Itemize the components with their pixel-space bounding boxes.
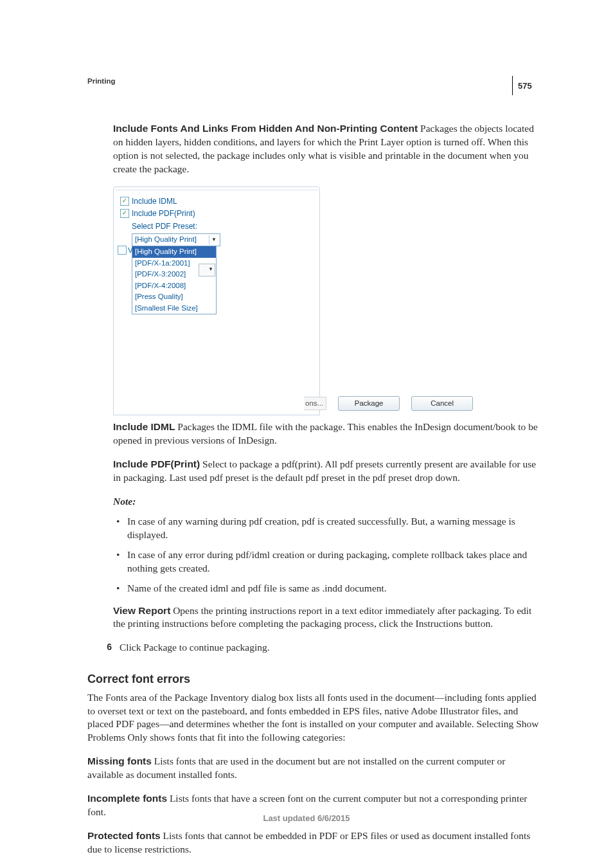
para-include-fonts: Include Fonts And Links From Hidden And …: [113, 122, 541, 176]
para-include-idml: Include IDML Packages the IDML file with…: [113, 420, 541, 448]
note-bullet-2: In case of any error during pdf/idml cre…: [113, 548, 541, 575]
option-press: [Press Quality]: [132, 291, 216, 303]
footer-last-updated: Last updated 6/6/2015: [0, 813, 613, 823]
page-number: 575: [518, 81, 532, 91]
para-correct-fonts-intro: The Fonts area of the Package Inventory …: [87, 691, 541, 745]
step-number: 6: [96, 641, 112, 653]
note-bullet-1: In case of any warning during pdf creati…: [113, 515, 541, 542]
runin-include-pdf: Include PDF(Print): [113, 458, 200, 469]
runin-view-report: View Report: [113, 605, 170, 616]
heading-correct-font-errors: Correct font errors: [87, 671, 541, 687]
label-include-pdf: Include PDF(Print): [132, 208, 195, 219]
fragment-ons: ons...: [304, 397, 326, 411]
note-bullet-3: Name of the created idml and pdf file is…: [113, 582, 541, 595]
option-high-quality: [High Quality Print]: [132, 246, 216, 258]
runin-missing-fonts: Missing fonts: [87, 755, 152, 766]
checkbox-vi: ✓: [118, 246, 127, 255]
runin-include-fonts: Include Fonts And Links From Hidden And …: [113, 123, 418, 134]
label-include-idml: Include IDML: [132, 196, 177, 206]
step-6: 6 Click Package to continue packaging.: [96, 641, 541, 655]
text-include-idml: Packages the IDML file with the package.…: [113, 421, 538, 446]
cancel-button: Cancel: [411, 396, 473, 411]
checkbox-include-pdf: ✓: [120, 209, 129, 218]
option-pdfx4: [PDF/X-4:2008]: [132, 280, 216, 292]
combo-selected: [High Quality Print]: [135, 235, 197, 245]
runin-incomplete-fonts: Incomplete fonts: [87, 793, 167, 804]
chapter-title: Printing: [87, 77, 541, 85]
label-vi-fragment: Vi: [128, 246, 134, 256]
checkbox-include-idml: ✓: [120, 197, 129, 206]
runin-include-idml: Include IDML: [113, 421, 175, 432]
dialog-screenshot: ✓ Include IDML ✓ Include PDF(Print) Sele…: [113, 186, 320, 416]
para-view-report: View Report Opens the printing instructi…: [113, 604, 541, 631]
chevron-down-icon: ▼: [209, 235, 218, 244]
option-smallest: [Smallest File Size]: [132, 303, 216, 314]
note-bullets: In case of any warning during pdf creati…: [113, 515, 541, 595]
text-view-report: Opens the printing instructions report i…: [113, 605, 531, 629]
package-button: Package: [338, 396, 400, 411]
para-missing-fonts: Missing fonts Lists fonts that are used …: [87, 755, 541, 782]
runin-protected-fonts: Protected fonts: [87, 830, 161, 841]
note-label: Note:: [113, 495, 541, 509]
small-combo: ▼: [199, 264, 215, 276]
label-select-preset: Select PDF Preset:: [132, 221, 313, 231]
combo-pdf-preset: [High Quality Print] ▼: [132, 233, 220, 246]
step-text: Click Package to continue packaging.: [120, 642, 270, 653]
para-protected-fonts: Protected fonts Lists fonts that cannot …: [87, 829, 541, 856]
para-include-pdf: Include PDF(Print) Select to package a p…: [113, 458, 541, 485]
combo-options-list: [High Quality Print] [PDF/X-1a:2001] [PD…: [132, 246, 217, 314]
